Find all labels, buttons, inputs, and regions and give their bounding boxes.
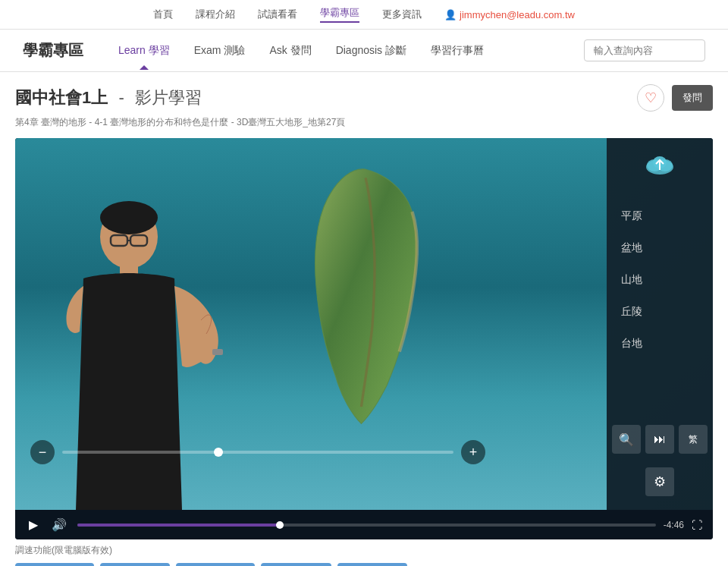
top-nav-courses[interactable]: 課程介紹: [196, 8, 235, 21]
video-container: − +: [15, 138, 713, 539]
svg-point-1: [100, 201, 158, 234]
speed-buttons: Speed X 0.7 Speed X 1 Speed X 1.5 Speed …: [15, 563, 713, 566]
subnav-item-learn[interactable]: Learn 學習: [106, 32, 182, 70]
play-icon: ▶: [29, 517, 38, 532]
heart-icon: ♡: [645, 90, 657, 106]
subnav-exam-label: Exam 測驗: [194, 44, 246, 56]
page-subtitle: 影片學習: [135, 88, 202, 107]
top-nav-student-zone[interactable]: 學霸專區: [320, 6, 359, 23]
subnav-item-diagnosis[interactable]: Diagnosis 診斷: [324, 32, 419, 70]
sub-nav-items: Learn 學習 Exam 測驗 Ask 發問 Diagnosis 診斷 學習行…: [106, 32, 584, 70]
publish-button[interactable]: 發問: [672, 85, 713, 111]
cloud-icon: [638, 146, 682, 188]
minus-icon: −: [39, 445, 47, 461]
lang-button[interactable]: 繁: [679, 425, 708, 454]
zoom-in-button[interactable]: +: [461, 440, 485, 464]
search-sidebar-button[interactable]: 🔍: [612, 425, 641, 454]
subnav-item-exam[interactable]: Exam 測驗: [182, 32, 258, 70]
speed-2-button[interactable]: Speed X 2: [261, 563, 331, 566]
subnav-ask-label: Ask 發問: [269, 44, 311, 56]
volume-icon: 🔊: [52, 517, 67, 532]
page-title-row: 國中社會1上 - 影片學習 ♡ 發問: [15, 84, 713, 112]
subnav-item-ask[interactable]: Ask 發問: [257, 32, 323, 70]
lang-icon: 繁: [689, 433, 698, 446]
fullscreen-speed-button[interactable]: Fullscreen: [337, 563, 407, 566]
top-nav-user[interactable]: 👤 jimmychen@leadu.com.tw: [444, 9, 575, 20]
sidebar-menu-basin[interactable]: 盆地: [607, 232, 713, 264]
top-nav: 首頁 課程介紹 試讀看看 學霸專區 更多資訊 👤 jimmychen@leadu…: [0, 0, 728, 30]
fullscreen-icon: ⛶: [692, 519, 702, 531]
cloud-svg: [644, 152, 676, 176]
subnav-calendar-label: 學習行事曆: [431, 44, 484, 56]
sidebar-menu-terrace[interactable]: 台地: [607, 328, 713, 360]
speed-15-button[interactable]: Speed X 1.5: [176, 563, 255, 566]
video-controls: ▶ 🔊 -4:46 ⛶: [15, 510, 713, 539]
speed-note: 調速功能(限電腦版有效): [15, 539, 713, 563]
user-email: jimmychen@leadu.com.tw: [460, 9, 575, 20]
sub-nav: 學霸專區 Learn 學習 Exam 測驗 Ask 發問 Diagnosis 診…: [0, 30, 728, 72]
settings-button[interactable]: ⚙: [645, 467, 674, 496]
subnav-learn-label: Learn 學習: [118, 44, 170, 56]
page-title: 國中社會1上 - 影片學習: [15, 86, 202, 109]
title-separator: -: [118, 88, 124, 107]
top-nav-trial[interactable]: 試讀看看: [258, 8, 297, 21]
plus-icon: +: [469, 445, 478, 461]
sidebar-menu-hills[interactable]: 丘陵: [607, 296, 713, 328]
speed-07-button[interactable]: Speed X 0.7: [15, 563, 94, 566]
top-nav-home[interactable]: 首頁: [153, 8, 173, 21]
sub-nav-search: [584, 39, 705, 61]
breadcrumb: 第4章 臺灣的地形 - 4-1 臺灣地形的分布和特色是什麼 - 3D臺灣五大地形…: [15, 116, 713, 129]
play-button[interactable]: ▶: [26, 516, 41, 533]
main-content: 國中社會1上 - 影片學習 ♡ 發問 第4章 臺灣的地形 - 4-1 臺灣地形的…: [0, 72, 728, 566]
zoom-slider-thumb: [214, 448, 223, 457]
volume-button[interactable]: 🔊: [49, 516, 70, 533]
search-icon: 🔍: [619, 432, 634, 447]
skip-forward-button[interactable]: ⏭: [645, 425, 674, 454]
sidebar-menu-plains[interactable]: 平原: [607, 200, 713, 232]
taiwan-map-svg: [275, 161, 457, 449]
search-input[interactable]: [584, 39, 705, 61]
speed-1-button[interactable]: Speed X 1: [100, 563, 171, 566]
taiwan-map: [275, 161, 457, 449]
fullscreen-button[interactable]: ⛶: [692, 519, 702, 531]
sub-nav-brand: 學霸專區: [23, 30, 83, 71]
subnav-item-calendar[interactable]: 學習行事曆: [419, 32, 496, 70]
zoom-controls: − +: [15, 440, 500, 464]
top-nav-more[interactable]: 更多資訊: [382, 8, 422, 21]
sidebar-settings-row: ⚙: [607, 461, 713, 502]
svg-rect-6: [212, 349, 223, 355]
time-display: -4:46: [664, 520, 684, 530]
user-icon: 👤: [444, 9, 457, 20]
skip-icon: ⏭: [654, 432, 666, 446]
zoom-slider[interactable]: [62, 451, 453, 454]
video-scene[interactable]: − +: [15, 138, 607, 510]
title-actions: ♡ 發問: [637, 84, 713, 112]
video-sidebar: 平原 盆地 山地 丘陵 台地 🔍 ⏭ 繁: [607, 138, 713, 510]
progress-fill: [77, 524, 280, 527]
gear-icon: ⚙: [654, 473, 666, 490]
subnav-diagnosis-label: Diagnosis 診斷: [336, 44, 406, 56]
course-name: 國中社會1上: [15, 88, 108, 107]
video-main: − +: [15, 138, 713, 510]
heart-button[interactable]: ♡: [637, 84, 664, 112]
zoom-out-button[interactable]: −: [30, 440, 55, 464]
progress-thumb: [276, 521, 284, 529]
sidebar-menu-mountain[interactable]: 山地: [607, 264, 713, 296]
sidebar-action-buttons: 🔍 ⏭ 繁: [604, 417, 713, 461]
video-progress-bar[interactable]: [77, 524, 656, 527]
